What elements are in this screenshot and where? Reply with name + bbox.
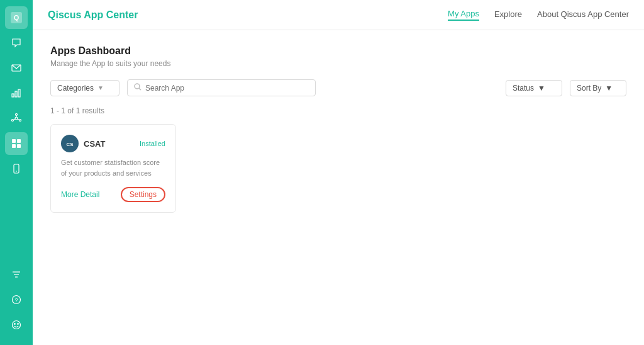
settings-button[interactable]: Settings xyxy=(121,187,165,202)
status-label: Status xyxy=(513,84,534,93)
svg-line-11 xyxy=(18,119,19,120)
app-card: CS CSAT Installed Get customer statisfac… xyxy=(50,124,176,213)
sidebar-item-filter[interactable] xyxy=(5,263,28,286)
svg-point-24 xyxy=(13,321,21,329)
app-card-left: CS CSAT xyxy=(61,135,105,152)
sidebar-item-help[interactable]: ? xyxy=(5,288,28,311)
status-chevron-icon: ▼ xyxy=(538,84,545,93)
app-name: CSAT xyxy=(84,139,105,149)
sortby-dropdown[interactable]: Sort By ▼ xyxy=(570,80,626,96)
svg-point-8 xyxy=(19,120,21,122)
sidebar-item-inbox[interactable] xyxy=(5,57,28,79)
app-center-title: Qiscus App Center xyxy=(48,9,138,21)
svg-text:Q: Q xyxy=(14,14,19,21)
sidebar-item-mobile[interactable] xyxy=(5,157,28,180)
page-body: Apps Dashboard Manage the App to suits y… xyxy=(33,30,644,345)
svg-rect-14 xyxy=(17,139,21,143)
main-content: Qiscus App Center My Apps Explore About … xyxy=(33,0,644,345)
svg-point-25 xyxy=(14,324,16,325)
app-icon: CS xyxy=(61,135,79,152)
svg-point-6 xyxy=(15,117,18,120)
svg-rect-5 xyxy=(18,89,20,97)
page-subtitle: Manage the App to suits your needs xyxy=(50,59,626,68)
sidebar-item-smiley[interactable] xyxy=(5,314,28,336)
categories-dropdown[interactable]: Categories ▼ xyxy=(50,80,119,96)
tab-about[interactable]: About Qiscus App Center xyxy=(537,9,629,20)
sortby-label: Sort By xyxy=(577,84,601,93)
svg-line-12 xyxy=(14,119,16,120)
sidebar-item-chat[interactable] xyxy=(5,31,28,54)
app-status-badge: Installed xyxy=(140,140,165,147)
search-icon xyxy=(134,83,142,93)
status-dropdown[interactable]: Status ▼ xyxy=(506,80,562,96)
topnav-links: My Apps Explore About Qiscus App Center xyxy=(448,9,629,21)
svg-point-7 xyxy=(16,114,18,116)
svg-rect-3 xyxy=(12,94,14,97)
search-input[interactable] xyxy=(145,84,309,93)
categories-chevron-icon: ▼ xyxy=(97,84,104,91)
filters-row: Categories ▼ Status ▼ Sort By ▼ xyxy=(50,79,626,96)
page-title: Apps Dashboard xyxy=(50,45,626,57)
sidebar-item-network[interactable] xyxy=(5,107,28,130)
sidebar: Q ? xyxy=(0,0,33,345)
svg-rect-13 xyxy=(12,139,16,143)
svg-rect-15 xyxy=(12,144,16,148)
app-card-footer: More Detail Settings xyxy=(61,187,165,202)
svg-text:?: ? xyxy=(14,297,18,303)
categories-label: Categories xyxy=(57,84,94,93)
svg-point-27 xyxy=(135,84,140,89)
sidebar-item-apps[interactable] xyxy=(5,132,28,155)
svg-rect-17 xyxy=(14,164,19,173)
sidebar-item-logo[interactable]: Q xyxy=(5,6,28,29)
sidebar-item-chart[interactable] xyxy=(5,82,28,105)
app-card-header: CS CSAT Installed xyxy=(61,135,165,152)
more-detail-link[interactable]: More Detail xyxy=(61,190,99,199)
svg-rect-4 xyxy=(15,91,17,97)
topnav: Qiscus App Center My Apps Explore About … xyxy=(33,0,644,30)
results-count: 1 - 1 of 1 results xyxy=(50,106,626,115)
tab-my-apps[interactable]: My Apps xyxy=(448,9,479,21)
sortby-chevron-icon: ▼ xyxy=(605,84,613,93)
app-description: Get customer statisfaction score of your… xyxy=(61,157,165,178)
svg-point-9 xyxy=(12,120,14,122)
svg-line-28 xyxy=(139,88,141,90)
search-box xyxy=(127,79,316,96)
svg-text:CS: CS xyxy=(66,142,74,147)
svg-rect-16 xyxy=(17,144,21,148)
svg-point-26 xyxy=(18,324,19,325)
tab-explore[interactable]: Explore xyxy=(494,9,522,20)
